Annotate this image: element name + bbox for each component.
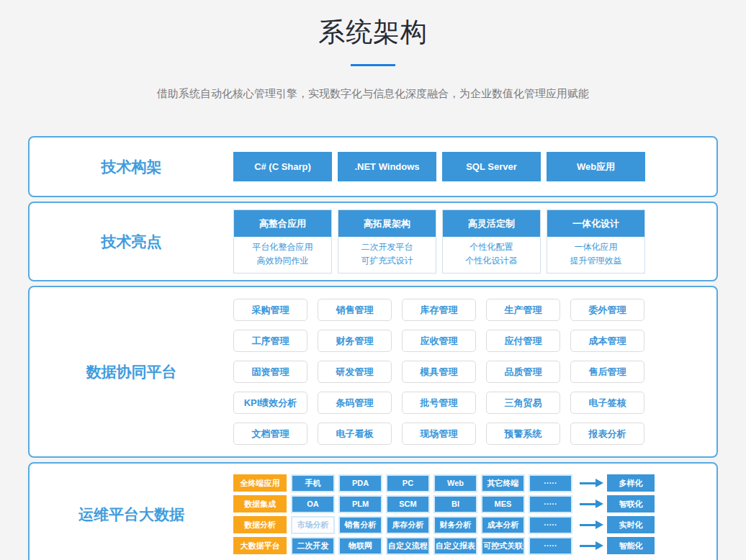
highlight-card-body: 个性化配置个性化设计器 [443, 237, 540, 273]
section-tech-stack: 技术构架 C# (C Sharp).NET WindowsSQL ServerW… [28, 136, 718, 197]
arrow-right-icon [580, 524, 596, 526]
module-button[interactable]: 工序管理 [233, 330, 307, 352]
bigdata-item-button[interactable]: BI [435, 497, 476, 512]
bigdata-item-button[interactable]: PDA [340, 476, 381, 491]
highlight-cards: 高整合应用平台化整合应用高效协同作业高拓展架构二次开发平台可扩充式设计高灵活定制… [233, 203, 716, 280]
module-button[interactable]: 销售管理 [318, 299, 392, 321]
highlight-card-line: 个性化设计器 [443, 254, 540, 268]
section-highlights-label: 技术亮点 [30, 232, 233, 252]
module-button[interactable]: 现场管理 [402, 423, 476, 445]
bigdata-item-button[interactable]: 可控式关联 [482, 538, 523, 554]
highlight-card: 高灵活定制个性化配置个性化设计器 [442, 209, 541, 274]
bigdata-result-label: 智联化 [607, 495, 655, 512]
module-button[interactable]: 委外管理 [570, 299, 644, 321]
section-bigdata: 运维平台大数据 全终端应用手机PDAPCWeb其它终端·····多样化数据集成O… [28, 462, 718, 560]
module-button[interactable]: 文档管理 [233, 423, 307, 445]
module-button[interactable]: 报表分析 [570, 423, 644, 445]
page: 系统架构 借助系统自动化核心管理引擎，实现数字化与信息化深度融合，为企业数值化管… [0, 0, 746, 560]
bigdata-item-button[interactable]: 成本分析 [482, 518, 523, 533]
bigdata-item-button[interactable]: MES [482, 497, 523, 512]
module-button[interactable]: 生产管理 [486, 299, 560, 321]
arrow-right-icon [580, 545, 596, 547]
highlight-card-line: 个性化配置 [443, 240, 540, 254]
module-button[interactable]: 研发管理 [318, 361, 392, 383]
arrow-right-icon [580, 503, 596, 505]
module-button[interactable]: KPI绩效分析 [233, 392, 307, 414]
bigdata-category-label: 数据分析 [233, 516, 287, 533]
tech-stack-button[interactable]: Web应用 [547, 152, 645, 181]
bigdata-item-button[interactable]: PC [387, 476, 428, 491]
tech-stack-button[interactable]: SQL Server [442, 152, 541, 181]
bigdata-result-label: 实时化 [607, 516, 655, 533]
module-button[interactable]: 成本管理 [570, 330, 644, 352]
bigdata-row: 数据集成OAPLMSCMBIMES·····智联化 [233, 495, 716, 512]
module-button[interactable]: 应付管理 [486, 330, 560, 352]
bigdata-row: 数据分析市场分析销售分析库存分析财务分析成本分析·····实时化 [233, 516, 716, 533]
module-grid: 采购管理销售管理库存管理生产管理委外管理工序管理财务管理应收管理应付管理成本管理… [233, 287, 716, 456]
bigdata-category-label: 全终端应用 [233, 474, 287, 492]
bigdata-item-button[interactable]: PLM [340, 497, 381, 512]
bigdata-item-button[interactable]: 库存分析 [387, 518, 428, 533]
highlight-card-line: 提升管理效益 [547, 254, 644, 268]
bigdata-item-button[interactable]: 自定义流程 [387, 538, 428, 554]
highlight-card: 高整合应用平台化整合应用高效协同作业 [233, 209, 332, 274]
bigdata-item-button[interactable]: 其它终端 [482, 476, 523, 491]
module-button[interactable]: 应收管理 [402, 330, 476, 352]
bigdata-row: 大数据平台二次开发物联网自定义流程自定义报表可控式关联·····智能化 [233, 537, 716, 554]
module-button[interactable]: 三角贸易 [486, 392, 560, 414]
bigdata-item-button[interactable]: ····· [530, 497, 571, 512]
highlight-card: 一体化设计一体化应用提升管理效益 [547, 209, 645, 274]
title-divider [351, 64, 395, 66]
bigdata-item-button[interactable]: 自定义报表 [435, 538, 476, 554]
highlight-card-body: 平台化整合应用高效协同作业 [234, 237, 331, 273]
section-highlights: 技术亮点 高整合应用平台化整合应用高效协同作业高拓展架构二次开发平台可扩充式设计… [28, 202, 718, 281]
module-button[interactable]: 批号管理 [402, 392, 476, 414]
bigdata-item-button[interactable]: 物联网 [340, 538, 381, 554]
highlight-card-body: 二次开发平台可扩充式设计 [338, 237, 436, 273]
tech-stack-button[interactable]: C# (C Sharp) [233, 152, 332, 181]
module-button[interactable]: 库存管理 [402, 299, 476, 321]
section-bigdata-label: 运维平台大数据 [30, 505, 233, 525]
bigdata-item-button[interactable]: ····· [530, 476, 571, 491]
bigdata-item-button[interactable]: 销售分析 [340, 518, 381, 533]
highlight-card-line: 高效协同作业 [234, 254, 331, 268]
module-button[interactable]: 电子签核 [570, 392, 644, 414]
highlight-card-line: 平台化整合应用 [234, 240, 331, 254]
section-tech-stack-label: 技术构架 [30, 157, 233, 177]
module-button[interactable]: 预警系统 [486, 423, 560, 445]
tech-stack-buttons: C# (C Sharp).NET WindowsSQL ServerWeb应用 [233, 137, 716, 196]
highlight-card-line: 二次开发平台 [338, 240, 436, 254]
arrow-right-icon [580, 482, 596, 484]
page-subtitle: 借助系统自动化核心管理引擎，实现数字化与信息化深度融合，为企业数值化管理应用赋能 [0, 87, 746, 101]
bigdata-item-button[interactable]: OA [292, 497, 333, 512]
page-title: 系统架构 [0, 14, 746, 50]
module-button[interactable]: 采购管理 [233, 299, 307, 321]
module-button[interactable]: 财务管理 [318, 330, 392, 352]
module-button[interactable]: 售后管理 [570, 361, 644, 383]
bigdata-item-button[interactable]: 财务分析 [435, 518, 476, 533]
module-button[interactable]: 模具管理 [402, 361, 476, 383]
tech-stack-button[interactable]: .NET Windows [338, 152, 436, 181]
highlight-card: 高拓展架构二次开发平台可扩充式设计 [338, 209, 436, 274]
bigdata-item-button[interactable]: 手机 [292, 476, 333, 491]
module-button[interactable]: 品质管理 [486, 361, 560, 383]
module-button[interactable]: 固资管理 [233, 361, 307, 383]
highlight-card-body: 一体化应用提升管理效益 [547, 237, 644, 273]
module-button[interactable]: 条码管理 [318, 392, 392, 414]
bigdata-category-label: 数据集成 [233, 495, 287, 512]
bigdata-result-label: 智能化 [607, 537, 655, 554]
highlight-card-line: 可扩充式设计 [338, 254, 436, 268]
section-platform-label: 数据协同平台 [30, 362, 233, 382]
bigdata-category-label: 大数据平台 [233, 537, 287, 554]
bigdata-item-button[interactable]: SCM [387, 497, 428, 512]
module-button[interactable]: 电子看板 [318, 423, 392, 445]
bigdata-item-button[interactable]: ····· [530, 518, 571, 533]
bigdata-item-button[interactable]: 市场分析 [292, 518, 333, 533]
section-platform: 数据协同平台 采购管理销售管理库存管理生产管理委外管理工序管理财务管理应收管理应… [28, 286, 718, 458]
hero: 系统架构 借助系统自动化核心管理引擎，实现数字化与信息化深度融合，为企业数值化管… [0, 0, 746, 101]
bigdata-item-button[interactable]: 二次开发 [292, 538, 333, 554]
bigdata-row: 全终端应用手机PDAPCWeb其它终端·····多样化 [233, 474, 716, 492]
bigdata-item-button[interactable]: ····· [530, 538, 571, 554]
bigdata-item-button[interactable]: Web [435, 476, 476, 491]
highlight-card-title: 高整合应用 [234, 210, 331, 237]
